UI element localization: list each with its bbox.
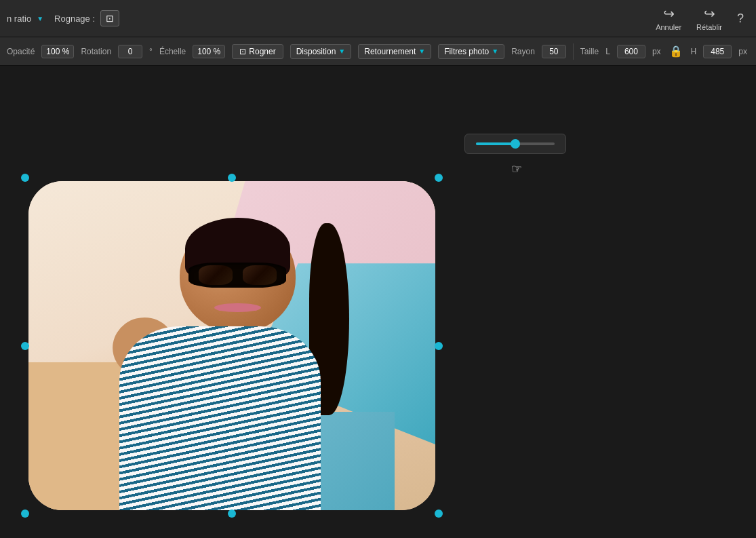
rotation-label: Rotation: [81, 47, 111, 56]
crop-button[interactable]: ⊡ Rogner: [232, 44, 283, 59]
canvas-area: ☞: [0, 66, 756, 538]
handle-top-right[interactable]: [435, 174, 443, 182]
dress: [119, 326, 321, 510]
crop-button-icon: ⊡: [239, 47, 246, 56]
fashion-photo: [28, 181, 435, 510]
ratio-dropdown-arrow[interactable]: ▼: [37, 15, 43, 22]
taille-h-unit: px: [738, 47, 747, 56]
ratio-label: n ratio: [7, 14, 31, 24]
handle-bottom-center[interactable]: [228, 510, 236, 518]
scale-label: Échelle: [159, 47, 186, 56]
retournement-arrow: ▼: [418, 47, 425, 55]
lens-right: [243, 265, 277, 285]
undo-label: Annuler: [656, 23, 681, 31]
opacity-value[interactable]: 100 %: [41, 45, 74, 58]
top-bar: n ratio ▼ Rognage : ⊡ ↩ Annuler ↪ Rétabl…: [0, 0, 756, 37]
slider-thumb[interactable]: [511, 139, 520, 149]
taille-l-value[interactable]: 600: [617, 45, 645, 58]
rotation-value[interactable]: 0: [118, 45, 142, 58]
disposition-arrow: ▼: [338, 47, 345, 55]
taille-h-label: H: [691, 47, 697, 56]
help-button[interactable]: ?: [732, 3, 749, 34]
rognage-label: Rognage :: [54, 14, 95, 24]
redo-icon: ↪: [704, 5, 715, 22]
filtres-arrow: ▼: [492, 47, 498, 55]
redo-label: Rétablir: [696, 23, 722, 31]
scale-value[interactable]: 100 %: [193, 45, 225, 58]
lips: [214, 303, 261, 312]
person-figure: [130, 214, 354, 511]
slider-track[interactable]: ☞: [476, 142, 555, 145]
retournement-dropdown[interactable]: Retournement ▼: [358, 44, 431, 59]
lock-button[interactable]: 🔒: [668, 45, 684, 58]
undo-button[interactable]: ↩ Annuler: [650, 3, 687, 34]
head: [180, 220, 296, 332]
opacity-label: Opacité: [7, 47, 35, 56]
rayon-value[interactable]: 50: [542, 45, 566, 58]
taille-l-unit: px: [652, 47, 661, 56]
rayon-slider-popup: ☞: [464, 134, 566, 154]
redo-button[interactable]: ↪ Rétablir: [691, 3, 728, 34]
image-container[interactable]: [28, 181, 435, 510]
help-icon: ?: [737, 12, 744, 25]
lens-left: [199, 265, 233, 285]
crop-icon: ⊡: [106, 13, 114, 24]
handle-middle-right[interactable]: [435, 342, 443, 350]
disposition-dropdown[interactable]: Disposition ▼: [290, 44, 352, 59]
undo-icon: ↩: [663, 5, 675, 22]
cursor-hand-icon: ☞: [511, 161, 522, 176]
crop-button-label: Rogner: [249, 47, 275, 56]
separator: [573, 43, 574, 60]
taille-l-label: L: [605, 47, 610, 56]
rayon-label: Rayon: [511, 47, 535, 56]
handle-bottom-left[interactable]: [21, 510, 29, 518]
image-display: [28, 181, 435, 510]
rotation-unit: °: [149, 47, 153, 56]
disposition-label: Disposition: [296, 47, 336, 56]
toolbar-row: Opacité 100 % Rotation 0 ° Échelle 100 %…: [0, 37, 756, 66]
taille-label: Taille: [580, 47, 599, 56]
retournement-label: Retournement: [364, 47, 416, 56]
filtres-label: Filtres photo: [444, 47, 489, 56]
undo-redo-group: ↩ Annuler ↪ Rétablir ?: [650, 3, 749, 34]
slider-fill: [476, 142, 515, 145]
lock-icon: 🔒: [669, 45, 683, 57]
sunglasses: [188, 263, 286, 287]
taille-h-value[interactable]: 485: [703, 45, 732, 58]
handle-bottom-right[interactable]: [435, 510, 443, 518]
filtres-dropdown[interactable]: Filtres photo ▼: [438, 44, 504, 59]
crop-icon-button[interactable]: ⊡: [100, 10, 119, 26]
